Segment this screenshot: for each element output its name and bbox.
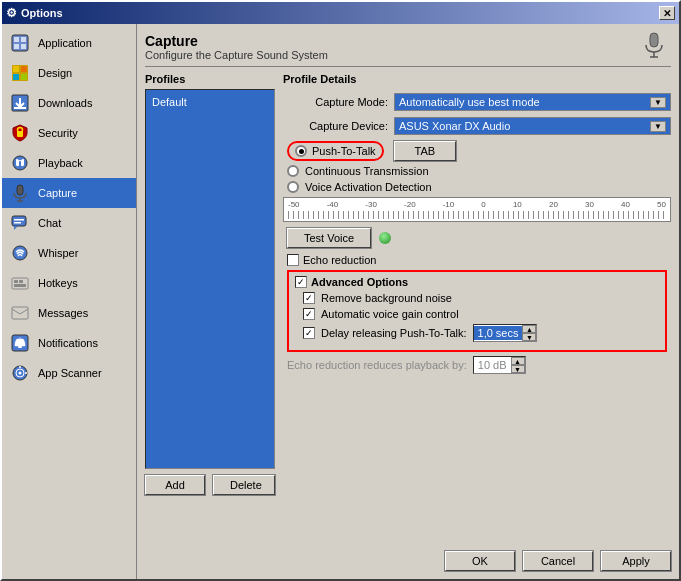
radio-voice-label: Voice Activation Detection — [305, 181, 432, 193]
svg-rect-20 — [14, 222, 21, 224]
radio-push-to-talk-label: Push-To-Talk — [312, 145, 376, 157]
svg-rect-15 — [17, 185, 23, 195]
radio-continuous[interactable] — [287, 165, 299, 177]
auto-gain-row: Automatic voice gain control — [303, 308, 659, 320]
footer-buttons: OK Cancel Apply — [445, 551, 671, 571]
sidebar-item-application[interactable]: Application — [2, 28, 136, 58]
sidebar-item-chat[interactable]: Chat — [2, 208, 136, 238]
sidebar-item-app-scanner[interactable]: App Scanner — [2, 358, 136, 388]
svg-rect-19 — [14, 219, 24, 221]
capture-device-arrow: ▼ — [650, 121, 666, 132]
sidebar-item-messages[interactable]: Messages — [2, 298, 136, 328]
capture-mode-select[interactable]: Automatically use best mode ▼ — [394, 93, 671, 111]
delete-profile-button[interactable]: Delete — [213, 475, 275, 495]
panel-subtitle: Configure the Capture Sound System — [145, 49, 328, 61]
svg-rect-34 — [650, 33, 658, 47]
playback-value: 10 dB — [474, 358, 511, 372]
advanced-options-box: Advanced Options Remove background noise… — [287, 270, 667, 352]
svg-rect-4 — [21, 44, 26, 49]
echo-reduction-checkbox[interactable] — [287, 254, 299, 266]
ok-button[interactable]: OK — [445, 551, 515, 571]
svg-rect-3 — [14, 44, 19, 49]
playback-arrows[interactable]: ▲ ▼ — [511, 357, 525, 373]
profile-item-default[interactable]: Default — [150, 94, 270, 110]
sidebar-label-messages: Messages — [38, 307, 88, 319]
apply-button[interactable]: Apply — [601, 551, 671, 571]
test-voice-row: Test Voice — [287, 228, 667, 248]
capture-mode-value: Automatically use best mode — [399, 96, 540, 108]
playback-down[interactable]: ▼ — [511, 365, 525, 373]
volume-ticks — [288, 211, 666, 219]
delay-arrows[interactable]: ▲ ▼ — [522, 325, 536, 341]
advanced-options-checkbox[interactable] — [295, 276, 307, 288]
cancel-button[interactable]: Cancel — [523, 551, 593, 571]
playback-spinner[interactable]: 10 dB ▲ ▼ — [473, 356, 526, 374]
radio-push-to-talk[interactable] — [295, 145, 307, 157]
radio-voice[interactable] — [287, 181, 299, 193]
profiles-list[interactable]: Default — [145, 89, 275, 469]
sidebar-label-whisper: Whisper — [38, 247, 78, 259]
microphone-icon — [643, 32, 665, 62]
svg-rect-1 — [14, 37, 19, 42]
test-voice-button[interactable]: Test Voice — [287, 228, 371, 248]
delay-value: 1,0 secs — [474, 326, 523, 340]
downloads-icon — [10, 93, 30, 113]
svg-rect-2 — [21, 37, 26, 42]
sidebar-item-security[interactable]: Security — [2, 118, 136, 148]
push-to-talk-highlight: Push-To-Talk — [287, 141, 384, 161]
svg-rect-7 — [21, 66, 27, 72]
tab-button[interactable]: TAB — [394, 141, 457, 161]
sidebar-label-downloads: Downloads — [38, 97, 92, 109]
security-icon — [10, 123, 30, 143]
design-icon — [10, 63, 30, 83]
sidebar-item-whisper[interactable]: Whisper — [2, 238, 136, 268]
capture-mode-row: Capture Mode: Automatically use best mod… — [283, 93, 671, 111]
sidebar-item-capture[interactable]: Capture — [2, 178, 136, 208]
capture-device-row: Capture Device: ASUS Xonar DX Audio ▼ — [283, 117, 671, 135]
close-button[interactable]: ✕ — [659, 6, 675, 20]
svg-rect-6 — [13, 66, 19, 72]
playback-up[interactable]: ▲ — [511, 357, 525, 365]
svg-rect-23 — [14, 280, 18, 283]
sidebar-item-notifications[interactable]: Notifications — [2, 328, 136, 358]
svg-rect-18 — [12, 216, 26, 226]
svg-rect-25 — [14, 284, 26, 287]
hotkeys-icon — [10, 273, 30, 293]
echo-reduction-row: Echo reduction — [287, 254, 667, 266]
capture-device-label: Capture Device: — [283, 120, 388, 132]
sidebar-label-application: Application — [38, 37, 92, 49]
continuous-radio-row: Continuous Transmission — [287, 165, 671, 177]
echo-playback-label: Echo reduction reduces playback by: — [287, 359, 467, 371]
add-profile-button[interactable]: Add — [145, 475, 205, 495]
playback-icon — [10, 153, 30, 173]
details-panel: Profile Details Capture Mode: Automatica… — [283, 73, 671, 495]
sidebar-label-notifications: Notifications — [38, 337, 98, 349]
sidebar-item-playback[interactable]: Playback — [2, 148, 136, 178]
sidebar-item-design[interactable]: Design — [2, 58, 136, 88]
svg-rect-28 — [18, 346, 22, 348]
sidebar-label-security: Security — [38, 127, 78, 139]
application-icon — [10, 33, 30, 53]
delay-down[interactable]: ▼ — [522, 333, 536, 341]
delay-label: Delay releasing Push-To-Talk: — [321, 327, 467, 339]
svg-point-14 — [13, 156, 27, 170]
svg-rect-11 — [14, 107, 26, 109]
main-content: Capture Configure the Capture Sound Syst… — [137, 24, 679, 579]
profiles-panel: Profiles Default Add Delete — [145, 73, 275, 495]
push-to-talk-row: Push-To-Talk TAB — [287, 141, 671, 161]
delay-spinner[interactable]: 1,0 secs ▲ ▼ — [473, 324, 538, 342]
voice-radio-row: Voice Activation Detection — [287, 181, 671, 193]
auto-gain-checkbox[interactable] — [303, 308, 315, 320]
remove-bg-checkbox[interactable] — [303, 292, 315, 304]
messages-icon — [10, 303, 30, 323]
remove-bg-label: Remove background noise — [321, 292, 452, 304]
delay-checkbox[interactable] — [303, 327, 315, 339]
svg-rect-8 — [13, 74, 19, 80]
sidebar-item-downloads[interactable]: Downloads — [2, 88, 136, 118]
sidebar-label-app-scanner: App Scanner — [38, 367, 102, 379]
panel-header: Capture Configure the Capture Sound Syst… — [145, 32, 671, 67]
sidebar-item-hotkeys[interactable]: Hotkeys — [2, 268, 136, 298]
capture-device-select[interactable]: ASUS Xonar DX Audio ▼ — [394, 117, 671, 135]
delay-up[interactable]: ▲ — [522, 325, 536, 333]
sidebar-label-design: Design — [38, 67, 72, 79]
